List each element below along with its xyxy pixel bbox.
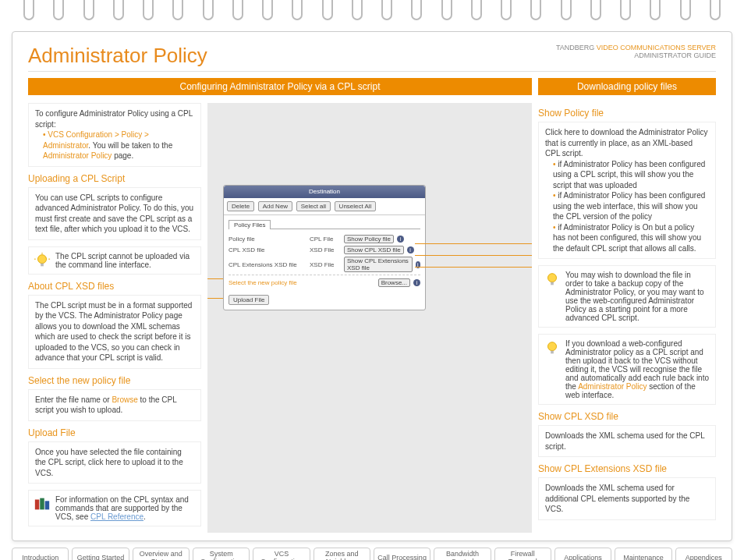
svg-rect-11 <box>551 351 554 354</box>
mock-show-policy-button[interactable]: Show Policy file <box>344 235 394 243</box>
mock-show-ext-button[interactable]: Show CPL Extensions XSD file <box>344 257 413 272</box>
uploading-heading: Uploading a CPL Script <box>28 173 201 184</box>
svg-rect-9 <box>551 282 554 285</box>
help-icon[interactable]: i <box>413 279 420 286</box>
tab-zones[interactable]: Zones and Neighbors <box>314 548 370 560</box>
mock-delete-button[interactable]: Delete <box>227 201 254 211</box>
tab-system-config[interactable]: System Configuration <box>193 548 250 560</box>
browse-link[interactable]: Browse <box>112 395 137 404</box>
tab-call-processing[interactable]: Call Processing <box>374 548 430 560</box>
mock-row-xsd: CPL XSD fileXSD FileShow CPL XSD filei <box>229 246 420 254</box>
mock-unselectall-button[interactable]: Unselect All <box>335 201 377 211</box>
mock-tab[interactable]: Policy Files <box>229 220 271 229</box>
page-title: Administrator Policy <box>28 44 207 68</box>
svg-rect-5 <box>35 500 40 510</box>
left-column: To configure Administrator Policy using … <box>28 103 201 533</box>
select-text: Enter the file name or Browse to the CPL… <box>28 389 201 421</box>
mock-row-ext: CPL Extensions XSD fileXSD FileShow CPL … <box>229 257 420 272</box>
admin-policy-link[interactable]: Administrator Policy <box>43 151 112 160</box>
tab-firewall[interactable]: Firewall Traversal <box>494 548 551 560</box>
screenshot-area: Destination Delete Add New Select all Un… <box>207 103 532 533</box>
svg-point-0 <box>38 254 47 263</box>
mock-show-xsd-button[interactable]: Show CPL XSD file <box>344 246 404 254</box>
show-ext-heading: Show CPL Extensions XSD file <box>538 463 716 474</box>
spiral-binding <box>0 0 744 31</box>
mock-window: Destination Delete Add New Select all Un… <box>223 185 426 310</box>
note-cli: The CPL script cannot be uploaded via th… <box>28 246 201 275</box>
about-text: The CPL script must be in a format suppo… <box>28 295 201 369</box>
mock-row-policy: Policy fileCPL FileShow Policy filei <box>229 235 420 243</box>
show-xsd-heading: Show CPL XSD file <box>538 411 716 422</box>
lightbulb-icon <box>544 271 561 288</box>
show-ext-text: Downloads the XML schema used for additi… <box>538 477 716 520</box>
show-policy-heading: Show Policy file <box>538 108 716 119</box>
mock-selectall-button[interactable]: Select all <box>296 201 331 211</box>
cpl-reference-link[interactable]: CPL Reference <box>90 512 143 521</box>
help-icon[interactable]: i <box>397 236 404 243</box>
tab-applications[interactable]: Applications <box>554 548 611 560</box>
tab-appendices[interactable]: Appendices <box>675 548 732 560</box>
upload-text: Once you have selected the file containi… <box>28 441 201 484</box>
bottom-nav: Introduction Getting Started Overview an… <box>12 548 732 560</box>
tab-introduction[interactable]: Introduction <box>12 548 69 560</box>
page-body: Administrator Policy TANDBERG VIDEO COMM… <box>12 31 732 541</box>
note-reupload: If you download a web-configured Adminis… <box>538 334 716 405</box>
admin-policy-link[interactable]: Administrator Policy <box>578 382 647 391</box>
tab-bandwidth[interactable]: Bandwidth Control <box>434 548 491 560</box>
mock-browse-button[interactable]: Browse... <box>378 278 410 287</box>
section-band-left: Configuring Administrator Policy via a C… <box>28 78 532 95</box>
tab-overview[interactable]: Overview and Status <box>133 548 190 560</box>
tab-vcs-config[interactable]: VCS Configuration <box>253 548 310 560</box>
tab-maintenance[interactable]: Maintenance <box>615 548 671 560</box>
books-icon <box>34 495 51 512</box>
mock-row-select: Select the new policy fileBrowse...i <box>229 275 420 287</box>
intro-box: To configure Administrator Policy using … <box>28 103 201 167</box>
svg-rect-7 <box>45 501 49 509</box>
mock-titlebar: Destination <box>224 186 425 198</box>
svg-rect-1 <box>41 263 44 266</box>
svg-rect-6 <box>40 498 44 510</box>
note-reference: For information on the CPL syntax and co… <box>28 490 201 526</box>
show-policy-box: Click here to download the Administrator… <box>538 122 716 259</box>
upload-heading: Upload File <box>28 427 201 438</box>
mock-upload-button[interactable]: Upload File <box>229 295 269 305</box>
lightbulb-icon <box>34 252 51 269</box>
lightbulb-icon <box>544 339 561 356</box>
mock-addnew-button[interactable]: Add New <box>258 201 292 211</box>
about-heading: About CPL XSD files <box>28 281 201 292</box>
tab-getting-started[interactable]: Getting Started <box>72 548 129 560</box>
help-icon[interactable]: i <box>407 246 414 253</box>
note-backup: You may wish to download the file in ord… <box>538 265 716 328</box>
doc-subtitle: TANDBERG VIDEO COMMUNICATIONS SERVER ADM… <box>556 44 716 59</box>
mock-toolbar: Delete Add New Select all Unselect All <box>224 198 425 215</box>
section-band-right: Downloading policy files <box>538 78 716 95</box>
svg-point-8 <box>548 274 557 282</box>
select-heading: Select the new policy file <box>28 375 201 386</box>
right-column: Show Policy file Click here to download … <box>538 103 716 533</box>
svg-point-10 <box>548 342 557 351</box>
uploading-text: You can use CPL scripts to configure adv… <box>28 187 201 240</box>
show-xsd-text: Downloads the XML schema used for the CP… <box>538 425 716 457</box>
